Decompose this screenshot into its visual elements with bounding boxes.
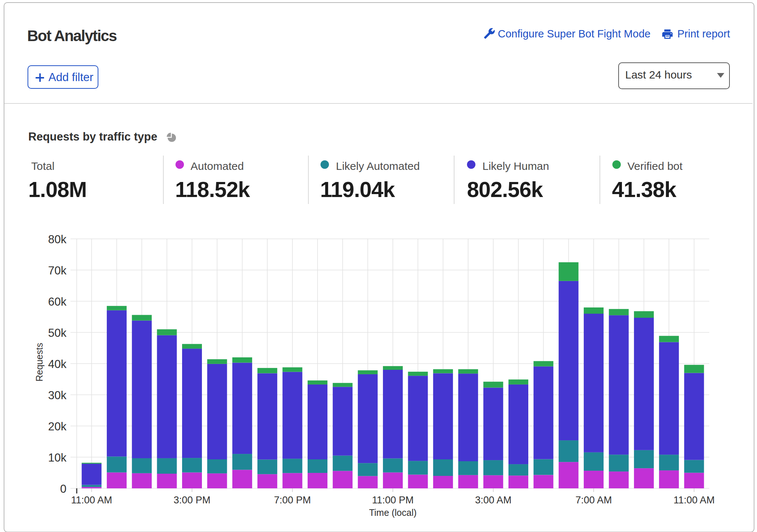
svg-text:11:00 AM: 11:00 AM — [71, 495, 112, 506]
svg-text:0: 0 — [60, 482, 66, 495]
svg-text:20k: 20k — [48, 420, 66, 433]
svg-text:60k: 60k — [48, 295, 66, 308]
svg-text:3:00 PM: 3:00 PM — [174, 495, 211, 506]
svg-text:3:00 AM: 3:00 AM — [475, 495, 511, 506]
svg-text:70k: 70k — [48, 264, 66, 277]
svg-text:30k: 30k — [48, 389, 66, 402]
svg-text:50k: 50k — [48, 327, 66, 339]
svg-text:11:00 PM: 11:00 PM — [372, 495, 414, 506]
svg-text:11:00 AM: 11:00 AM — [674, 495, 715, 506]
svg-text:Requests: Requests — [34, 343, 44, 382]
svg-text:7:00 PM: 7:00 PM — [274, 495, 311, 506]
svg-text:10k: 10k — [48, 451, 66, 464]
svg-text:80k: 80k — [48, 233, 66, 246]
svg-text:7:00 AM: 7:00 AM — [576, 495, 612, 506]
svg-text:Time (local): Time (local) — [369, 507, 417, 518]
svg-text:40k: 40k — [48, 358, 66, 371]
